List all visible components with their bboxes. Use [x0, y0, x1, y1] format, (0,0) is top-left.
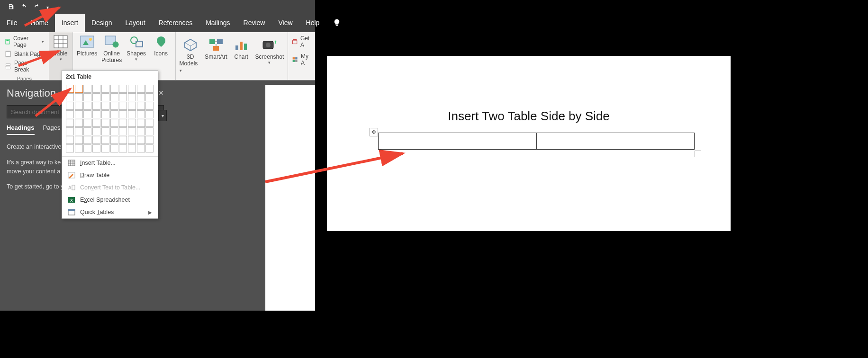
table-grid-cell[interactable] [92, 144, 100, 152]
table-grid-cell[interactable] [119, 93, 127, 101]
tab-layout[interactable]: Layout [119, 14, 152, 32]
table-grid-cell[interactable] [83, 119, 91, 127]
table-grid-cell[interactable] [137, 144, 145, 152]
table-grid-cell[interactable] [66, 136, 74, 144]
table-grid-cell[interactable] [145, 110, 154, 118]
table-grid-cell[interactable] [101, 93, 109, 101]
table-grid-cell[interactable] [83, 144, 91, 152]
table-grid-cell[interactable] [66, 93, 74, 101]
table-cell[interactable] [379, 133, 537, 149]
get-addins-button[interactable]: Get A [292, 35, 311, 48]
close-icon[interactable]: ✕ [158, 89, 164, 97]
table-grid-cell[interactable] [110, 119, 118, 127]
table-grid-cell[interactable] [110, 144, 118, 152]
tell-me-icon[interactable] [326, 14, 348, 32]
excel-spreadsheet-item[interactable]: X Excel Spreadsheet [62, 194, 158, 206]
table-grid-cell[interactable] [119, 102, 127, 110]
table-size-grid[interactable] [62, 83, 158, 156]
table-grid-cell[interactable] [66, 110, 74, 118]
table-grid-cell[interactable] [137, 136, 145, 144]
table-cell[interactable] [537, 133, 695, 149]
table-grid-cell[interactable] [75, 144, 83, 152]
draw-table-item[interactable]: Draw Table [62, 169, 158, 181]
insert-table-item[interactable]: Insert Table... [62, 157, 158, 169]
table-grid-cell[interactable] [66, 102, 74, 110]
table-grid-cell[interactable] [110, 136, 118, 144]
table-grid-cell[interactable] [101, 85, 109, 93]
table-grid-cell[interactable] [92, 110, 100, 118]
table-grid-cell[interactable] [101, 110, 109, 118]
table-grid-cell[interactable] [128, 119, 136, 127]
tab-design[interactable]: Design [85, 14, 119, 32]
shapes-button[interactable]: Shapes▾ [124, 33, 149, 73]
table-grid-cell[interactable] [66, 85, 74, 93]
table-grid-cell[interactable] [83, 110, 91, 118]
screenshot-button[interactable]: +Screenshot▾ [253, 36, 286, 76]
table-grid-cell[interactable] [92, 102, 100, 110]
result-table[interactable] [378, 133, 695, 150]
table-grid-cell[interactable] [137, 93, 145, 101]
page-break-button[interactable]: Page Break [5, 60, 44, 73]
table-grid-cell[interactable] [128, 110, 136, 118]
save-icon[interactable] [8, 3, 14, 11]
tab-insert[interactable]: Insert [55, 14, 85, 32]
table-grid-cell[interactable] [92, 127, 100, 135]
table-grid-cell[interactable] [101, 144, 109, 152]
table-grid-cell[interactable] [119, 144, 127, 152]
table-grid-cell[interactable] [110, 93, 118, 101]
table-grid-cell[interactable] [83, 127, 91, 135]
nav-tab-headings[interactable]: Headings [7, 124, 35, 135]
table-grid-cell[interactable] [75, 102, 83, 110]
table-resize-handle[interactable] [695, 151, 701, 157]
table-grid-cell[interactable] [83, 93, 91, 101]
table-grid-cell[interactable] [75, 93, 83, 101]
table-grid-cell[interactable] [66, 144, 74, 152]
table-grid-cell[interactable] [128, 136, 136, 144]
search-options-dropdown[interactable]: ▾ [158, 110, 167, 121]
cover-page-button[interactable]: Cover Page▾ [5, 35, 44, 48]
table-grid-cell[interactable] [92, 136, 100, 144]
3d-models-button[interactable]: 3DModels ▾ [178, 36, 203, 76]
table-grid-cell[interactable] [110, 102, 118, 110]
table-grid-cell[interactable] [75, 127, 83, 135]
table-grid-cell[interactable] [128, 85, 136, 93]
table-grid-cell[interactable] [145, 93, 154, 101]
table-grid-cell[interactable] [145, 136, 154, 144]
table-grid-cell[interactable] [128, 93, 136, 101]
table-grid-cell[interactable] [101, 102, 109, 110]
tab-view[interactable]: View [271, 14, 299, 32]
undo-icon[interactable] [20, 3, 27, 11]
table-grid-cell[interactable] [101, 119, 109, 127]
table-grid-cell[interactable] [75, 110, 83, 118]
tab-file[interactable]: File [0, 14, 24, 32]
table-grid-cell[interactable] [119, 85, 127, 93]
qat-more-icon[interactable]: ▾ [46, 5, 49, 10]
nav-tab-pages[interactable]: Pages [43, 124, 61, 135]
table-grid-cell[interactable] [119, 110, 127, 118]
chart-button[interactable]: Chart [229, 36, 253, 76]
tab-references[interactable]: References [152, 14, 199, 32]
quick-tables-item[interactable]: Quick Tables ▶ [62, 206, 158, 218]
table-grid-cell[interactable] [137, 85, 145, 93]
table-grid-cell[interactable] [92, 119, 100, 127]
icons-button[interactable]: Icons [149, 33, 173, 73]
tab-review[interactable]: Review [237, 14, 272, 32]
online-pictures-button[interactable]: OnlinePictures [99, 33, 124, 73]
blank-page-button[interactable]: Blank Page [5, 50, 44, 58]
table-grid-cell[interactable] [92, 93, 100, 101]
table-grid-cell[interactable] [145, 144, 154, 152]
table-grid-cell[interactable] [119, 136, 127, 144]
table-grid-cell[interactable] [137, 119, 145, 127]
table-grid-cell[interactable] [101, 136, 109, 144]
table-grid-cell[interactable] [145, 85, 154, 93]
tab-home[interactable]: Home [24, 14, 55, 32]
table-grid-cell[interactable] [92, 85, 100, 93]
table-grid-cell[interactable] [101, 127, 109, 135]
redo-icon[interactable] [33, 3, 41, 11]
my-addins-button[interactable]: My A [292, 53, 311, 66]
table-grid-cell[interactable] [119, 127, 127, 135]
table-move-handle[interactable]: ✥ [370, 128, 378, 136]
table-button[interactable]: Table ▾ [48, 33, 73, 73]
table-grid-cell[interactable] [66, 127, 74, 135]
table-grid-cell[interactable] [137, 127, 145, 135]
